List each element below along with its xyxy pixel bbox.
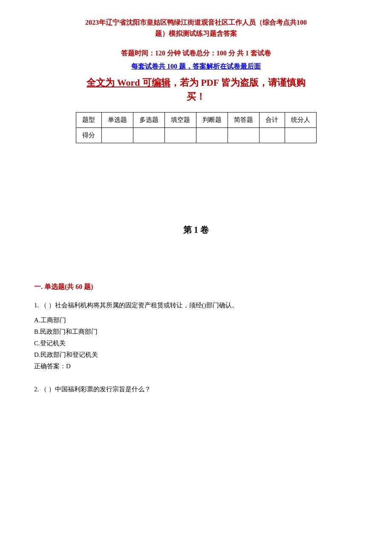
highlight-line: 每套试卷共 100 题，答案解析在试卷最后面: [34, 62, 358, 71]
col-header-fill: 填空题: [164, 113, 196, 128]
col-header-scorer: 统分人: [285, 113, 316, 128]
col-header-judge: 判断题: [196, 113, 228, 128]
col-score-multi: [133, 128, 164, 143]
warning-text1: 全文为 Word 可编辑，若为 PDF 皆为盗版，请谨慎购: [86, 77, 306, 88]
section1-title: 一. 单选题(共 60 题): [34, 283, 358, 292]
title-line1: 2023年辽宁省沈阳市皇姑区鸭绿江街道观音社区工作人员（综合考点共100: [34, 17, 358, 28]
section-volume: 第 1 卷: [34, 224, 358, 236]
table-score-row: 得分: [76, 128, 316, 143]
col-score-single: [101, 128, 133, 143]
question-1-option-d: D.民政部门和登记机关: [34, 349, 358, 361]
col-score-judge: [196, 128, 228, 143]
warning-line: 全文为 Word 可编辑，若为 PDF 皆为盗版，请谨慎购 买！: [34, 75, 358, 104]
doc-title: 2023年辽宁省沈阳市皇姑区鸭绿江街道观音社区工作人员（综合考点共100 题）模…: [34, 17, 358, 39]
meta-line: 答题时间：120 分钟 试卷总分：100 分 共 1 套试卷: [34, 49, 358, 58]
question-1-text: 1. （ ）社会福利机构将其所属的固定资产租赁或转让，须经()部门确认。: [34, 300, 358, 311]
question-2-text: 2. （ ）中国福利彩票的发行宗旨是什么？: [34, 384, 358, 395]
col-header-single: 单选题: [101, 113, 133, 128]
table-header-row: 题型 单选题 多选题 填空题 判断题 简答题 合计 统分人: [76, 113, 316, 128]
warning-text2: 买！: [187, 91, 205, 102]
col-header-multi: 多选题: [133, 113, 164, 128]
col-header-short: 简答题: [228, 113, 259, 128]
col-score-fill: [164, 128, 196, 143]
col-score-label: 得分: [76, 128, 101, 143]
col-header-type: 题型: [76, 113, 101, 128]
col-score-scorer: [285, 128, 316, 143]
col-score-short: [228, 128, 259, 143]
spacer1: [34, 156, 358, 199]
score-table-wrapper: 题型 单选题 多选题 填空题 判断题 简答题 合计 统分人 得分: [34, 112, 358, 143]
question-1: 1. （ ）社会福利机构将其所属的固定资产租赁或转让，须经()部门确认。 A.工…: [34, 300, 358, 372]
question-1-option-b: B.民政部门和工商部门: [34, 326, 358, 338]
col-score-total: [259, 128, 285, 143]
spacer2: [34, 253, 358, 270]
question-1-option-c: C.登记机关: [34, 338, 358, 349]
question-1-option-a: A.工商部门: [34, 315, 358, 326]
question-2: 2. （ ）中国福利彩票的发行宗旨是什么？: [34, 384, 358, 395]
col-header-total: 合计: [259, 113, 285, 128]
title-line2: 题）模拟测试练习题含答案: [34, 28, 358, 39]
score-table: 题型 单选题 多选题 填空题 判断题 简答题 合计 统分人 得分: [76, 112, 317, 143]
question-1-answer: 正确答案：D: [34, 361, 358, 372]
